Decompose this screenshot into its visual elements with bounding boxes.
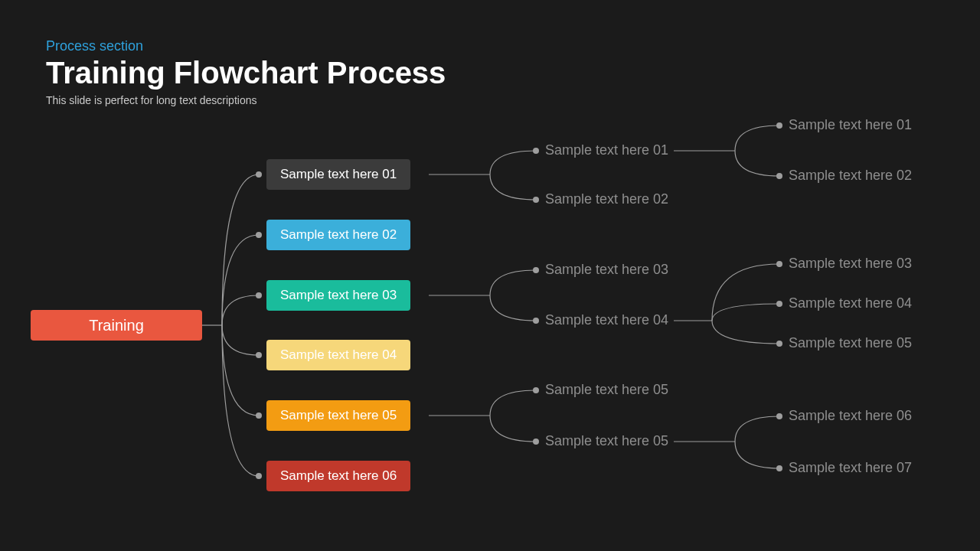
svg-point-0 — [256, 171, 262, 178]
svg-point-4 — [256, 412, 262, 419]
leafC-item-01: Sample text here 06 — [789, 408, 912, 424]
svg-point-5 — [256, 473, 262, 479]
leafA-item-02: Sample text here 02 — [789, 168, 912, 184]
branchA-item-01: Sample text here 01 — [545, 142, 668, 158]
page-title: Training Flowchart Process — [46, 56, 446, 90]
svg-point-9 — [533, 318, 539, 324]
branchB-item-01: Sample text here 03 — [545, 262, 668, 278]
leafB-item-02: Sample text here 04 — [789, 295, 912, 311]
level1-node-02[interactable]: Sample text here 02 — [266, 220, 410, 250]
root-node-training[interactable]: Training — [31, 310, 202, 341]
flowchart-stage: Process section Training Flowchart Proce… — [0, 0, 980, 551]
svg-point-8 — [533, 267, 539, 273]
svg-point-3 — [256, 352, 262, 358]
svg-point-2 — [256, 292, 262, 298]
level1-node-05[interactable]: Sample text here 05 — [266, 400, 410, 431]
svg-point-7 — [533, 197, 539, 203]
svg-point-14 — [776, 261, 782, 267]
branchA-item-02: Sample text here 02 — [545, 191, 668, 207]
svg-point-17 — [776, 413, 782, 419]
branchC-item-01: Sample text here 05 — [545, 382, 668, 398]
level1-node-01[interactable]: Sample text here 01 — [266, 159, 410, 190]
subtitle-text: This slide is perfect for long text desc… — [46, 94, 446, 106]
leafB-item-01: Sample text here 03 — [789, 256, 912, 272]
svg-point-12 — [776, 122, 782, 129]
level1-node-06[interactable]: Sample text here 06 — [266, 461, 410, 491]
branchB-item-02: Sample text here 04 — [545, 312, 668, 328]
svg-point-13 — [776, 173, 782, 179]
svg-point-15 — [776, 301, 782, 307]
svg-point-6 — [533, 148, 539, 154]
branchC-item-02: Sample text here 05 — [545, 433, 668, 449]
level1-node-04[interactable]: Sample text here 04 — [266, 340, 410, 370]
leafA-item-01: Sample text here 01 — [789, 117, 912, 133]
eyebrow-text: Process section — [46, 38, 446, 54]
svg-point-11 — [533, 439, 539, 445]
slide-header: Process section Training Flowchart Proce… — [46, 38, 446, 106]
svg-point-1 — [256, 232, 262, 238]
svg-point-10 — [533, 387, 539, 393]
leafC-item-02: Sample text here 07 — [789, 460, 912, 476]
svg-point-16 — [776, 341, 782, 347]
svg-point-18 — [776, 465, 782, 471]
leafB-item-03: Sample text here 05 — [789, 335, 912, 351]
level1-node-03[interactable]: Sample text here 03 — [266, 280, 410, 311]
